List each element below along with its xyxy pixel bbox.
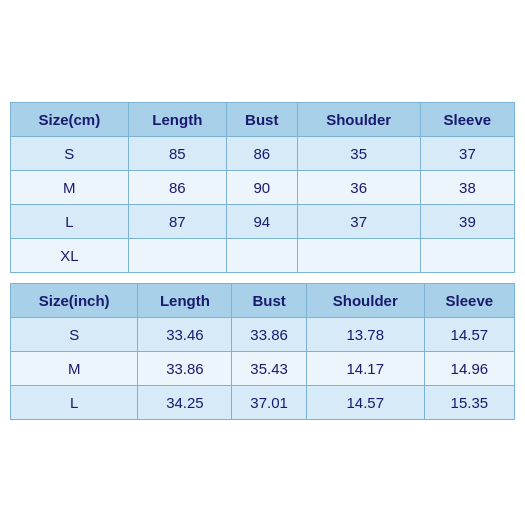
cm-row-m: M86903638 bbox=[11, 170, 515, 204]
inch-col-size: Size(inch) bbox=[11, 283, 138, 317]
cm-cell-r2-c3: 37 bbox=[297, 204, 420, 238]
inch-cell-r0-c1: 33.46 bbox=[138, 317, 232, 351]
cm-cell-r2-c2: 94 bbox=[227, 204, 298, 238]
cm-cell-r2-c0: L bbox=[11, 204, 129, 238]
inch-header-row: Size(inch) Length Bust Shoulder Sleeve bbox=[11, 283, 515, 317]
cm-cell-r3-c4 bbox=[420, 238, 514, 272]
inch-cell-r1-c2: 35.43 bbox=[232, 351, 306, 385]
cm-cell-r2-c1: 87 bbox=[128, 204, 226, 238]
inch-row-m: M33.8635.4314.1714.96 bbox=[11, 351, 515, 385]
cm-cell-r1-c0: M bbox=[11, 170, 129, 204]
cm-col-length: Length bbox=[128, 102, 226, 136]
cm-cell-r3-c0: XL bbox=[11, 238, 129, 272]
inch-cell-r1-c4: 14.96 bbox=[424, 351, 514, 385]
inch-cell-r2-c1: 34.25 bbox=[138, 385, 232, 419]
cm-col-sleeve: Sleeve bbox=[420, 102, 514, 136]
inch-row-l: L34.2537.0114.5715.35 bbox=[11, 385, 515, 419]
inch-cell-r0-c3: 13.78 bbox=[306, 317, 424, 351]
inch-cell-r0-c4: 14.57 bbox=[424, 317, 514, 351]
cm-cell-r3-c1 bbox=[128, 238, 226, 272]
cm-cell-r0-c4: 37 bbox=[420, 136, 514, 170]
cm-cell-r1-c2: 90 bbox=[227, 170, 298, 204]
inch-cell-r2-c4: 15.35 bbox=[424, 385, 514, 419]
cm-col-size: Size(cm) bbox=[11, 102, 129, 136]
inch-col-sleeve: Sleeve bbox=[424, 283, 514, 317]
inch-col-bust: Bust bbox=[232, 283, 306, 317]
inch-col-length: Length bbox=[138, 283, 232, 317]
cm-cell-r3-c2 bbox=[227, 238, 298, 272]
cm-cell-r0-c2: 86 bbox=[227, 136, 298, 170]
inch-col-shoulder: Shoulder bbox=[306, 283, 424, 317]
cm-cell-r1-c3: 36 bbox=[297, 170, 420, 204]
inch-cell-r0-c0: S bbox=[11, 317, 138, 351]
cm-cell-r0-c1: 85 bbox=[128, 136, 226, 170]
cm-cell-r3-c3 bbox=[297, 238, 420, 272]
cm-cell-r1-c1: 86 bbox=[128, 170, 226, 204]
inch-row-s: S33.4633.8613.7814.57 bbox=[11, 317, 515, 351]
inch-cell-r1-c3: 14.17 bbox=[306, 351, 424, 385]
inch-cell-r1-c1: 33.86 bbox=[138, 351, 232, 385]
cm-header-row: Size(cm) Length Bust Shoulder Sleeve bbox=[11, 102, 515, 136]
size-chart-wrapper: Size(cm) Length Bust Shoulder Sleeve S85… bbox=[10, 102, 515, 430]
cm-cell-r1-c4: 38 bbox=[420, 170, 514, 204]
cm-cell-r2-c4: 39 bbox=[420, 204, 514, 238]
cm-col-shoulder: Shoulder bbox=[297, 102, 420, 136]
cm-row-xl: XL bbox=[11, 238, 515, 272]
cm-row-s: S85863537 bbox=[11, 136, 515, 170]
size-table-cm: Size(cm) Length Bust Shoulder Sleeve S85… bbox=[10, 102, 515, 273]
cm-cell-r0-c0: S bbox=[11, 136, 129, 170]
inch-cell-r0-c2: 33.86 bbox=[232, 317, 306, 351]
size-table-inch: Size(inch) Length Bust Shoulder Sleeve S… bbox=[10, 283, 515, 420]
cm-cell-r0-c3: 35 bbox=[297, 136, 420, 170]
inch-cell-r2-c0: L bbox=[11, 385, 138, 419]
inch-cell-r1-c0: M bbox=[11, 351, 138, 385]
inch-cell-r2-c2: 37.01 bbox=[232, 385, 306, 419]
cm-col-bust: Bust bbox=[227, 102, 298, 136]
cm-row-l: L87943739 bbox=[11, 204, 515, 238]
inch-cell-r2-c3: 14.57 bbox=[306, 385, 424, 419]
